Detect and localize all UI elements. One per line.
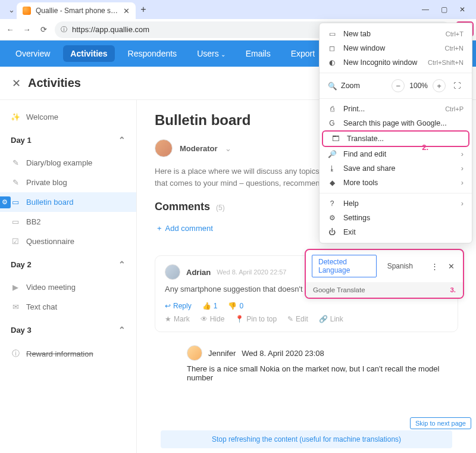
- menu-separator: [320, 98, 472, 99]
- menu-print[interactable]: ⎙Print...Ctrl+P: [320, 102, 472, 116]
- downvote-button[interactable]: 👎0: [228, 302, 243, 310]
- tab-close-icon[interactable]: ✕: [123, 7, 130, 15]
- note-icon: ✎: [11, 178, 20, 187]
- page-title: Activities: [28, 76, 81, 90]
- menu-exit[interactable]: ⏻Exit: [320, 225, 472, 239]
- sidebar-welcome[interactable]: ✨Welcome: [0, 107, 136, 127]
- comment-actions: ↩Reply 👍1 👎0: [165, 302, 448, 310]
- reply-body: There is a nice small Nokia on the marke…: [187, 364, 450, 382]
- avatar: [165, 264, 180, 280]
- mark-button[interactable]: ★Mark: [165, 315, 190, 323]
- comment-date: Wed 8. April 2020 22:57: [217, 268, 286, 276]
- chevron-down-icon: ⌄: [221, 51, 226, 58]
- sidebar-day2-header[interactable]: Day 2⌃: [0, 251, 136, 277]
- menu-help[interactable]: ?Help›: [320, 196, 472, 211]
- window-close-icon[interactable]: ✕: [459, 5, 465, 14]
- chevron-up-icon: ⌃: [118, 260, 126, 269]
- gear-icon[interactable]: ⚙: [0, 196, 11, 208]
- avatar: [155, 139, 173, 157]
- save-icon: ⭳: [328, 164, 336, 173]
- chevron-up-icon: ⌃: [118, 135, 126, 145]
- video-icon: ▶: [11, 283, 20, 292]
- comments-count: (5): [216, 204, 225, 212]
- translate-tab-spanish[interactable]: Spanish: [381, 260, 419, 273]
- thumbs-down-icon: 👎: [228, 302, 237, 310]
- upvote-button[interactable]: 👍1: [202, 302, 218, 310]
- sparkle-icon: ✨: [11, 113, 20, 121]
- zoom-in-button[interactable]: +: [433, 79, 446, 92]
- menu-settings[interactable]: ⚙Settings: [320, 211, 472, 225]
- reply-date: Wed 8. April 2020 23:08: [242, 349, 324, 358]
- back-icon[interactable]: ←: [5, 25, 15, 34]
- sidebar-day3-header[interactable]: Day 3⌃: [0, 317, 136, 343]
- window-icon: ◻: [328, 44, 336, 52]
- site-info-icon[interactable]: ⓘ: [61, 25, 67, 34]
- link-icon: 🔗: [319, 315, 328, 323]
- incognito-icon: ◐: [328, 58, 336, 67]
- nav-respondents[interactable]: Respondents: [121, 45, 184, 62]
- sidebar-bb2[interactable]: ▭BB2: [0, 212, 136, 232]
- zoom-out-button[interactable]: −: [392, 79, 405, 92]
- pencil-icon: ✎: [287, 315, 293, 323]
- menu-new-tab[interactable]: ▭New tabCtrl+T: [320, 27, 472, 41]
- chevron-up-icon: ⌃: [118, 325, 126, 335]
- tab-icon: ▭: [328, 30, 336, 38]
- stop-refresh-bar[interactable]: Stop refreshing the content (useful for …: [161, 430, 452, 448]
- sidebar-diary[interactable]: ✎Diary/blog example: [0, 153, 136, 173]
- menu-incognito[interactable]: ◐New Incognito windowCtrl+Shift+N: [320, 55, 472, 70]
- menu-save-share[interactable]: ⭳Save and share›: [320, 161, 472, 176]
- new-tab-button[interactable]: +: [136, 4, 151, 15]
- window-minimize-icon[interactable]: —: [422, 5, 429, 14]
- menu-new-window[interactable]: ◻New windowCtrl+N: [320, 41, 472, 55]
- window-controls: — ▢ ✕: [422, 5, 472, 14]
- skip-to-next-button[interactable]: Skip to next page: [410, 417, 471, 429]
- reply-card: Jennifer Wed 8. April 2020 23:08 There i…: [178, 339, 458, 388]
- sidebar-bulletin-board[interactable]: ⚙▭Bulletin board: [0, 192, 136, 212]
- sidebar-chat[interactable]: ✉Text chat: [0, 297, 136, 317]
- translate-footer: Google Translate: [313, 286, 365, 293]
- pin-button[interactable]: 📍Pin to top: [235, 315, 277, 323]
- tab-title: Quallie - Smart phone study: [36, 7, 118, 15]
- chevron-down-icon[interactable]: ⌄: [225, 144, 231, 153]
- menu-search-page[interactable]: GSearch this page with Google...: [320, 116, 472, 130]
- sidebar-video[interactable]: ▶Video meeting: [0, 277, 136, 297]
- hide-button[interactable]: 👁Hide: [201, 315, 225, 323]
- sidebar-private-blog[interactable]: ✎Private blog: [0, 173, 136, 192]
- translate-close-icon[interactable]: ✕: [446, 262, 457, 271]
- translate-tab-detected[interactable]: Detected Language: [312, 255, 377, 277]
- chrome-menu: ▭New tabCtrl+T ◻New windowCtrl+N ◐New In…: [319, 23, 472, 243]
- menu-more-tools[interactable]: ◆More tools›: [320, 176, 472, 190]
- tools-icon: ◆: [328, 179, 336, 187]
- menu-separator: [320, 73, 472, 73]
- menu-translate[interactable]: 🗔Translate...: [322, 130, 469, 147]
- edit-button[interactable]: ✎Edit: [287, 315, 308, 323]
- reload-icon[interactable]: ⟳: [38, 25, 49, 34]
- menu-find[interactable]: 🔎Find and edit›: [320, 147, 472, 161]
- window-maximize-icon[interactable]: ▢: [441, 5, 447, 14]
- reply-button[interactable]: ↩Reply: [165, 302, 192, 310]
- callout-3: 3.: [450, 286, 456, 293]
- find-icon: 🔎: [328, 150, 336, 158]
- forward-icon[interactable]: →: [21, 25, 32, 34]
- browser-tab-strip: ⌄ Quallie - Smart phone study ✕ + — ▢ ✕: [0, 0, 476, 19]
- settings-icon: ⚙: [328, 214, 336, 222]
- nav-emails[interactable]: Emails: [239, 45, 278, 62]
- nav-users[interactable]: Users⌄: [190, 45, 233, 62]
- tab-dropdown-icon[interactable]: ⌄: [6, 4, 17, 15]
- nav-activities[interactable]: Activities: [63, 45, 114, 62]
- sidebar-questionnaire[interactable]: ☑Questionnaire: [0, 232, 136, 251]
- fullscreen-icon[interactable]: ⛶: [450, 79, 464, 92]
- close-icon[interactable]: ✕: [12, 77, 21, 90]
- sidebar-reward[interactable]: ⓘReward information: [0, 343, 136, 364]
- menu-separator: [320, 193, 472, 193]
- zoom-value: 100%: [409, 82, 428, 90]
- sidebar-day1-header[interactable]: Day 1⌃: [0, 127, 136, 153]
- print-icon: ⎙: [328, 105, 336, 113]
- nav-overview[interactable]: Overview: [8, 45, 57, 62]
- translate-options-icon[interactable]: ⋮: [428, 262, 441, 271]
- moderator-name: Moderator: [180, 144, 218, 153]
- pin-icon: 📍: [235, 315, 244, 323]
- nav-export[interactable]: Export: [284, 45, 322, 62]
- browser-tab[interactable]: Quallie - Smart phone study ✕: [17, 2, 136, 19]
- link-button[interactable]: 🔗Link: [319, 315, 343, 323]
